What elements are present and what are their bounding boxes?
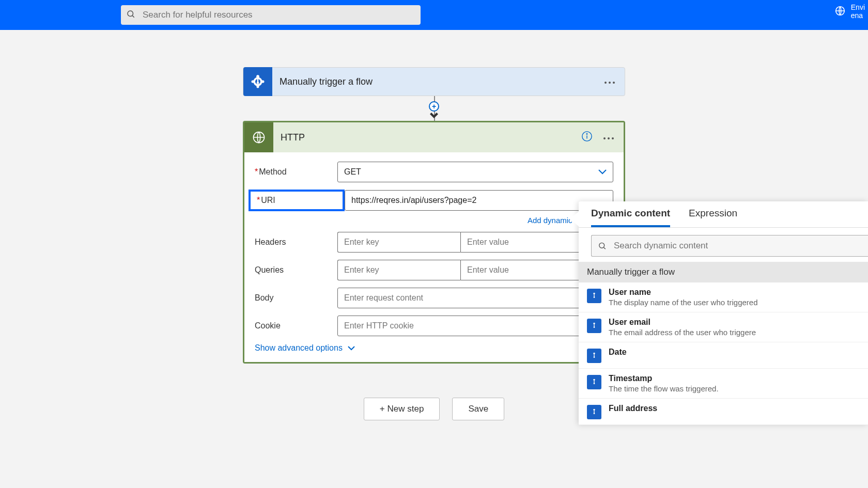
trigger-token-icon — [587, 319, 601, 333]
trigger-card[interactable]: Manually trigger a flow — [243, 67, 625, 96]
add-dynamic-content-link[interactable]: Add dynamic content + — [255, 215, 613, 225]
search-icon — [598, 241, 607, 250]
svg-point-7 — [613, 82, 615, 84]
svg-point-12 — [603, 137, 606, 139]
global-search-input[interactable] — [143, 10, 415, 20]
svg-point-25 — [593, 353, 595, 354]
save-button[interactable]: Save — [452, 398, 504, 420]
svg-point-14 — [612, 137, 614, 139]
show-advanced-link[interactable]: Show advanced options — [255, 343, 613, 353]
svg-line-1 — [132, 15, 134, 17]
cookie-row: Cookie — [255, 316, 613, 336]
http-title: HTTP — [281, 132, 581, 143]
dyn-item-timestamp[interactable]: TimestampThe time the flow was triggered… — [579, 369, 868, 399]
method-select[interactable]: GET — [337, 162, 613, 182]
svg-point-11 — [586, 134, 587, 134]
svg-point-13 — [608, 137, 610, 139]
svg-point-4 — [257, 82, 259, 84]
trigger-icon — [243, 67, 272, 96]
svg-point-22 — [594, 296, 595, 298]
trigger-token-icon — [587, 289, 601, 303]
panel-caret — [569, 212, 579, 226]
environment-icon — [834, 5, 846, 18]
cookie-input[interactable] — [337, 316, 613, 336]
svg-point-29 — [593, 409, 595, 411]
dyn-item-user-name[interactable]: User nameThe display name of the user wh… — [579, 282, 868, 312]
footer-buttons: + New step Save — [364, 398, 504, 420]
dyn-item-date[interactable]: Date — [579, 342, 868, 369]
svg-point-30 — [594, 413, 595, 414]
chevron-down-icon — [348, 346, 355, 351]
http-body: *Method GET *URI — [244, 152, 624, 362]
http-header[interactable]: HTTP — [244, 122, 624, 152]
headers-label: Headers — [255, 238, 337, 247]
svg-point-26 — [594, 356, 595, 358]
arrow-down-icon — [429, 112, 439, 121]
env-label-2: ena — [851, 11, 865, 20]
environment-indicator[interactable]: Envi ena — [834, 3, 865, 20]
uri-label: *URI — [251, 196, 339, 205]
top-bar: Envi ena — [0, 0, 868, 30]
search-icon — [126, 9, 135, 21]
svg-point-27 — [593, 379, 595, 381]
svg-point-19 — [599, 243, 605, 248]
svg-point-21 — [593, 293, 595, 294]
info-icon[interactable] — [581, 131, 593, 144]
svg-point-23 — [593, 323, 595, 324]
trigger-menu-button[interactable] — [604, 77, 615, 86]
insert-step-button[interactable]: + — [429, 101, 439, 112]
trigger-title: Manually trigger a flow — [280, 76, 604, 87]
svg-point-0 — [128, 11, 133, 17]
queries-label: Queries — [255, 265, 337, 275]
queries-key-input[interactable] — [337, 260, 460, 280]
http-action-card: HTTP *Method GET — [243, 121, 625, 364]
svg-point-28 — [594, 383, 595, 384]
uri-row: *URI — [255, 190, 613, 211]
svg-point-5 — [605, 82, 607, 84]
dyn-item-user-email[interactable]: User emailThe email address of the user … — [579, 312, 868, 342]
trigger-token-icon — [587, 375, 601, 389]
method-row: *Method GET — [255, 162, 613, 182]
headers-row: Headers — [255, 232, 613, 253]
dyn-group-header: Manually trigger a flow — [579, 262, 868, 282]
headers-value-input[interactable] — [460, 232, 583, 253]
queries-row: Queries — [255, 260, 613, 280]
svg-point-3 — [256, 75, 259, 78]
dynamic-content-panel: Dynamic content Expression Manually trig… — [579, 201, 868, 425]
svg-line-20 — [604, 247, 606, 249]
connector: + — [243, 96, 625, 121]
chevron-down-icon — [598, 167, 607, 177]
http-icon — [244, 122, 273, 152]
body-row: Body — [255, 288, 613, 308]
dyn-search-input[interactable] — [614, 241, 862, 251]
env-label-1: Envi — [851, 3, 865, 11]
tab-expression[interactable]: Expression — [689, 208, 737, 227]
dyn-item-full-address[interactable]: Full address — [579, 399, 868, 425]
global-search[interactable] — [121, 5, 421, 25]
headers-key-input[interactable] — [337, 232, 460, 253]
queries-value-input[interactable] — [460, 260, 583, 280]
method-label: *Method — [255, 167, 337, 177]
http-menu-button[interactable] — [603, 133, 614, 142]
cookie-label: Cookie — [255, 321, 337, 330]
tab-dynamic-content[interactable]: Dynamic content — [591, 208, 670, 227]
uri-input[interactable] — [345, 190, 613, 211]
dyn-tabs: Dynamic content Expression — [579, 201, 868, 228]
body-label: Body — [255, 293, 337, 303]
method-value: GET — [344, 167, 361, 177]
svg-point-24 — [594, 326, 595, 328]
new-step-button[interactable]: + New step — [364, 398, 440, 420]
svg-point-6 — [609, 82, 611, 84]
dyn-search[interactable] — [591, 235, 868, 257]
uri-highlight: *URI — [249, 190, 345, 211]
trigger-token-icon — [587, 405, 601, 419]
trigger-token-icon — [587, 349, 601, 363]
body-input[interactable] — [337, 288, 613, 308]
